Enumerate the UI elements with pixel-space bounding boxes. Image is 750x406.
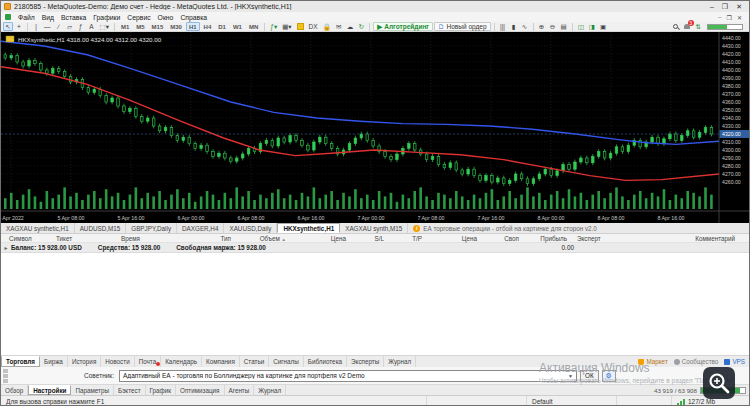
- search-icon[interactable]: [673, 24, 678, 29]
- tester-tab-journal[interactable]: Журнал: [254, 385, 286, 395]
- col-symbol[interactable]: Символ: [1, 235, 56, 242]
- maximize-button[interactable]: ❒: [722, 3, 728, 11]
- child-minimize-button[interactable]: –: [718, 14, 721, 21]
- indicators-dropdown-icon[interactable]: ƒ▾: [268, 22, 279, 31]
- toolbox-tab-company[interactable]: Компания: [202, 356, 240, 367]
- col-tp[interactable]: T/P: [384, 235, 422, 242]
- tile-windows-icon[interactable]: ▤: [559, 22, 569, 31]
- balance-row[interactable]: ▸ Баланс: 15 928.00 USD Средства: 15 928…: [1, 243, 749, 253]
- col-expert[interactable]: Эксперт: [567, 235, 657, 242]
- mail-icon[interactable]: ✉: [334, 22, 344, 31]
- crosshair-tool-icon[interactable]: +: [14, 22, 24, 31]
- minimize-button[interactable]: –: [710, 3, 714, 11]
- refresh-icon[interactable]: ↻: [356, 22, 366, 31]
- timeframe-h4[interactable]: H4: [201, 22, 215, 31]
- expander-icon[interactable]: ▸: [1, 244, 11, 251]
- tester-tab-graph[interactable]: График: [146, 385, 177, 395]
- timeframe-d1[interactable]: D1: [215, 22, 229, 31]
- close-button[interactable]: ✕: [736, 3, 742, 11]
- tester-tab-backtest[interactable]: Бэктест: [114, 385, 146, 395]
- menu-insert[interactable]: Вставка: [61, 14, 86, 21]
- toolbox-tab-mail[interactable]: Почта: [135, 356, 162, 367]
- tester-tab-agents[interactable]: Агенты: [225, 385, 255, 395]
- timeframe-m5[interactable]: M5: [133, 22, 147, 31]
- cursor-tool-icon[interactable]: ↖: [3, 22, 13, 31]
- toolbox-tab-articles[interactable]: Статьи: [240, 356, 269, 367]
- vertical-line-icon[interactable]: |: [31, 22, 41, 31]
- chart-tab[interactable]: XAGXAU synthetic,H1: [1, 223, 75, 233]
- chart-tab[interactable]: AUDUSD,M15: [75, 223, 127, 233]
- toolbox-tab-library[interactable]: Библиотека: [304, 356, 347, 367]
- timeframe-m30[interactable]: M30: [167, 22, 185, 31]
- toolbox-tab-signals[interactable]: Сигналы: [269, 356, 304, 367]
- zoom-in-icon[interactable]: ⊕: [537, 22, 547, 31]
- objects-dropdown-icon[interactable]: ⬚▾: [98, 22, 111, 31]
- profile-name[interactable]: Default: [526, 396, 616, 406]
- vps-link[interactable]: VPS: [724, 358, 745, 365]
- lock-icon[interactable]: 🔒: [321, 22, 333, 31]
- trendline-icon[interactable]: ∕: [54, 22, 64, 31]
- col-comment[interactable]: Комментарий: [657, 235, 749, 242]
- chart-tab[interactable]: XAGXAU synth,M15: [340, 223, 408, 233]
- fibonacci-icon[interactable]: ƒ: [76, 22, 86, 31]
- toolbox-tab-journal[interactable]: Журнал: [384, 356, 416, 367]
- col-price-open[interactable]: Цена: [286, 235, 346, 242]
- timeframe-h1[interactable]: H1: [186, 22, 200, 31]
- ok-button[interactable]: ОК: [580, 370, 599, 382]
- algo-trading-button[interactable]: ▶Алготрейдинг: [373, 22, 433, 31]
- horizontal-line-icon[interactable]: —: [42, 22, 53, 31]
- tester-tab-optimization[interactable]: Оптимизация: [176, 385, 224, 395]
- toolbox-tab-trade[interactable]: Торговля: [1, 356, 40, 367]
- timeframe-w1[interactable]: W1: [230, 22, 245, 31]
- col-profit[interactable]: Прибыль: [519, 235, 567, 242]
- tester-tab-parameters[interactable]: Параметры: [71, 385, 114, 395]
- autoscroll-icon[interactable]: ◫: [576, 22, 586, 31]
- market-link[interactable]: Маркет: [638, 358, 667, 365]
- community-link[interactable]: Сообщество: [674, 358, 719, 365]
- gear-button[interactable]: ⚙: [602, 370, 616, 382]
- notifications-icon[interactable]: 3: [684, 23, 690, 30]
- chart-tab[interactable]: GBPJPY,Daily: [126, 223, 177, 233]
- new-order-button[interactable]: 🗋Новый ордер: [434, 22, 490, 31]
- depth-of-market-icon[interactable]: DX: [307, 22, 320, 31]
- timeframe-m1[interactable]: M1: [118, 22, 132, 31]
- screenshot-icon[interactable]: ▣: [598, 22, 608, 31]
- col-swap[interactable]: Своп: [477, 235, 519, 242]
- col-time[interactable]: Время: [121, 235, 196, 242]
- trade-list-body[interactable]: [1, 253, 750, 355]
- menu-window[interactable]: Окно: [158, 14, 174, 21]
- menu-file[interactable]: Файл: [18, 14, 35, 21]
- magnifier-overlay-button[interactable]: [703, 367, 735, 399]
- tester-tab-overview[interactable]: Обзор: [1, 385, 28, 395]
- chart-canvas[interactable]: 5 Apr 20225 Apr 08:005 Apr 16:006 Apr 00…: [1, 32, 750, 223]
- expert-combobox[interactable]: Адаптивный ЕА - торговля по Боллинджеру …: [119, 370, 577, 382]
- mql5-icon[interactable]: [295, 22, 306, 31]
- toolbox-tab-calendar[interactable]: Календарь: [161, 356, 202, 367]
- timeframe-m15[interactable]: M15: [149, 22, 167, 31]
- child-restore-button[interactable]: ❒: [727, 14, 732, 21]
- menu-help[interactable]: Справка: [180, 14, 207, 21]
- ohlc-bars-icon[interactable]: |||: [498, 22, 508, 31]
- menu-tools[interactable]: Сервис: [127, 14, 150, 21]
- sync-icon[interactable]: ⇅: [696, 23, 701, 31]
- menu-charts[interactable]: Графики: [93, 14, 120, 21]
- templates-dropdown-icon[interactable]: ▦▾: [280, 22, 293, 31]
- cloud-icon[interactable]: ☁: [345, 22, 356, 31]
- chart-shift-icon[interactable]: ◨: [587, 22, 597, 31]
- toolbox-tab-exchange[interactable]: Биржа: [40, 356, 68, 367]
- zoom-out-icon[interactable]: ⊖: [548, 22, 558, 31]
- col-price-current[interactable]: Цена: [422, 235, 477, 242]
- child-close-button[interactable]: ✕: [737, 14, 742, 21]
- col-type[interactable]: Тип: [196, 235, 231, 242]
- menu-view[interactable]: Вид: [42, 14, 54, 21]
- toolbox-tab-history[interactable]: История: [68, 356, 101, 367]
- channel-icon[interactable]: ▱: [65, 22, 75, 31]
- toolbox-tab-experts[interactable]: Эксперты: [347, 356, 384, 367]
- col-volume[interactable]: Объем ▲: [231, 235, 286, 242]
- col-ticket[interactable]: Тикет: [56, 235, 121, 242]
- text-tool-icon[interactable]: A: [87, 22, 97, 31]
- chart-tab-active[interactable]: HKXsynthetic,H1: [277, 223, 340, 233]
- line-chart-icon[interactable]: ∿: [520, 22, 530, 31]
- col-sl[interactable]: S/L: [346, 235, 384, 242]
- timeframe-mn[interactable]: MN: [246, 22, 261, 31]
